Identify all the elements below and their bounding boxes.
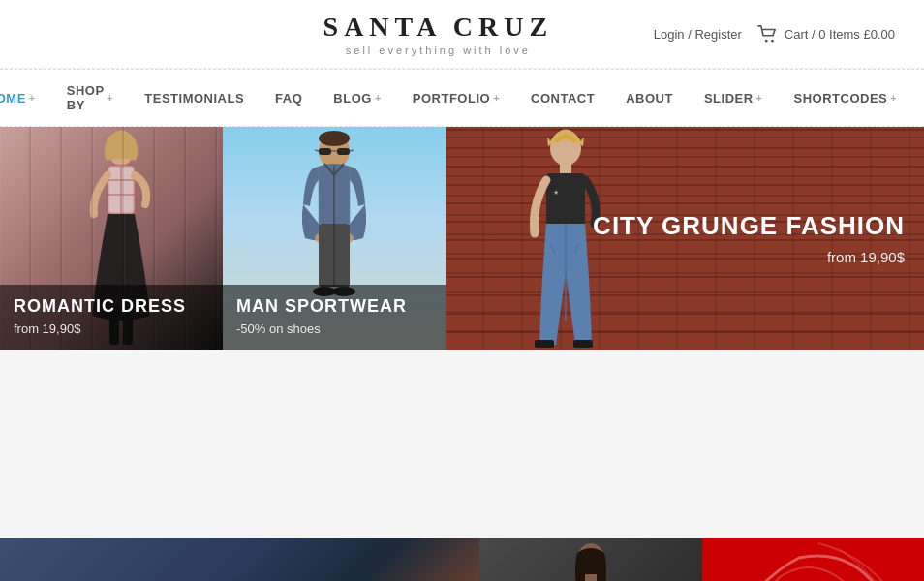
promo-gift-card[interactable]: Gift Card for a perfect gift bbox=[702, 538, 924, 581]
svg-point-11 bbox=[319, 131, 350, 146]
shoes-figure bbox=[0, 572, 479, 581]
svg-rect-12 bbox=[319, 148, 331, 155]
nav-blog[interactable]: BLOG + bbox=[318, 77, 397, 119]
man-sport-title: MAN SPORTWEAR bbox=[236, 296, 432, 318]
nav-shortcodes[interactable]: SHORTCODES + bbox=[779, 77, 913, 119]
blog-plus-icon: + bbox=[375, 92, 382, 104]
site-logo: SANTA CRUZ bbox=[223, 12, 654, 43]
login-register-link[interactable]: Login / Register bbox=[654, 27, 742, 42]
main-nav: HOME + SHOP BY + TESTIMONIALS FAQ BLOG +… bbox=[0, 69, 924, 127]
nav-slider[interactable]: SLIDER + bbox=[689, 77, 779, 119]
svg-line-16 bbox=[350, 150, 354, 151]
promo-dark-collection[interactable]: DARK COLLECTION for your special nights bbox=[479, 538, 702, 581]
nav-shop-by[interactable]: SHOP BY + bbox=[51, 70, 130, 126]
nav-faq[interactable]: FAQ bbox=[260, 77, 318, 119]
cart-button[interactable]: Cart / 0 Items £0.00 bbox=[757, 25, 895, 43]
site-tagline: sell everything with love bbox=[223, 45, 654, 56]
nav-testimonials[interactable]: TESTIMONIALS bbox=[129, 77, 260, 119]
slider-plus-icon: + bbox=[756, 92, 763, 104]
svg-line-15 bbox=[315, 150, 319, 151]
city-grunge-title: CITY GRUNGE FASHION bbox=[593, 211, 905, 241]
svg-rect-32 bbox=[535, 340, 554, 348]
romantic-sub: from 19,90$ bbox=[14, 321, 209, 336]
city-grunge-text: CITY GRUNGE FASHION from 19,90$ bbox=[593, 211, 905, 265]
promo-grid-bottom: MAN SHOES from 19,90$ DARK COLLECTION fo… bbox=[0, 538, 924, 581]
svg-rect-13 bbox=[337, 148, 350, 155]
brand-area: SANTA CRUZ sell everything with love bbox=[223, 12, 654, 56]
promo-man-shoes[interactable]: MAN SHOES from 19,90$ bbox=[0, 538, 479, 581]
cart-label: Cart / 0 Items £0.00 bbox=[785, 27, 895, 42]
romantic-title: ROMANTIC DRESS bbox=[14, 296, 209, 318]
city-grunge-sub: from 19,90$ bbox=[593, 249, 905, 265]
home-plus-icon: + bbox=[29, 92, 36, 104]
shortcodes-plus-icon: + bbox=[890, 92, 897, 104]
nav-contact[interactable]: CONTACT bbox=[515, 77, 610, 119]
nav-about[interactable]: ABOUT bbox=[610, 77, 689, 119]
portfolio-plus-icon: + bbox=[493, 92, 500, 104]
site-header: SANTA CRUZ sell everything with love Log… bbox=[0, 0, 924, 69]
romantic-overlay: ROMANTIC DRESS from 19,90$ bbox=[0, 285, 223, 350]
promo-grid-top: ROMANTIC DRESS from 19,90$ bbox=[0, 127, 924, 538]
man-sport-sub: -50% on shoes bbox=[236, 321, 432, 336]
gift-card-overlay: Gift Card for a perfect gift bbox=[702, 538, 924, 581]
header-right: Login / Register Cart / 0 Items £0.00 bbox=[654, 25, 895, 43]
nav-portfolio[interactable]: PORTFOLIO + bbox=[397, 77, 515, 119]
dark-collection-overlay: DARK COLLECTION for your special nights bbox=[479, 538, 702, 581]
svg-point-0 bbox=[765, 40, 768, 43]
promo-romantic[interactable]: ROMANTIC DRESS from 19,90$ bbox=[0, 127, 223, 350]
svg-rect-33 bbox=[573, 340, 593, 348]
promo-city-grunge[interactable]: ★ CITY GRUNGE FASHION from 19,90$ bbox=[446, 127, 924, 350]
svg-text:★: ★ bbox=[553, 189, 559, 196]
shop-plus-icon: + bbox=[107, 92, 113, 104]
man-sport-overlay: MAN SPORTWEAR -50% on shoes bbox=[223, 285, 446, 350]
svg-rect-27 bbox=[546, 173, 585, 227]
svg-point-1 bbox=[771, 40, 774, 43]
nav-home[interactable]: HOME + bbox=[0, 77, 51, 119]
cart-icon bbox=[757, 25, 779, 43]
promo-man-sport[interactable]: MAN SPORTWEAR -50% on shoes bbox=[223, 127, 446, 350]
